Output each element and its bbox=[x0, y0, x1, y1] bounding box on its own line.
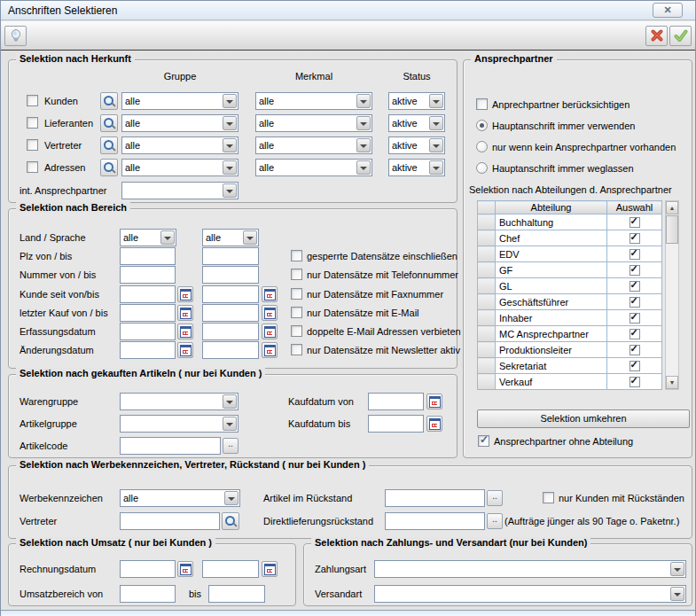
hint-button[interactable] bbox=[4, 26, 27, 46]
gesperrte-checkbox[interactable] bbox=[291, 250, 302, 261]
calendar-icon[interactable] bbox=[177, 305, 193, 321]
calendar-icon[interactable] bbox=[262, 324, 278, 339]
row-checkbox[interactable] bbox=[630, 297, 640, 308]
rechnungsdatum-bis-input[interactable] bbox=[202, 560, 259, 578]
plz-bis-input[interactable] bbox=[202, 247, 259, 265]
row-checkbox[interactable] bbox=[630, 233, 640, 244]
kunde-seit-bis-input[interactable] bbox=[202, 285, 259, 303]
chevron-down-icon[interactable] bbox=[223, 394, 237, 409]
hauptanschrift-weglassen-radio[interactable] bbox=[476, 162, 488, 174]
chevron-down-icon[interactable] bbox=[356, 138, 371, 152]
table-row[interactable]: Inhaber bbox=[478, 310, 662, 326]
umsatzbereich-von-input[interactable] bbox=[120, 585, 176, 603]
plz-von-input[interactable] bbox=[120, 247, 176, 265]
vertreter-status-dropdown[interactable]: aktive bbox=[388, 136, 445, 154]
werbekennzeichen-dropdown[interactable]: alle bbox=[120, 489, 240, 507]
row-checkbox[interactable] bbox=[630, 329, 640, 339]
hauptanschrift-verwenden-radio[interactable] bbox=[476, 120, 488, 131]
doppelte-email-checkbox[interactable] bbox=[291, 325, 302, 337]
vertreter-gruppe-dropdown[interactable]: alle bbox=[121, 136, 239, 154]
rechnungsdatum-von-input[interactable] bbox=[120, 560, 176, 578]
calendar-icon[interactable] bbox=[177, 561, 193, 577]
chevron-down-icon[interactable] bbox=[223, 160, 237, 175]
search-icon[interactable] bbox=[100, 114, 118, 132]
table-header-auswahl[interactable]: Auswahl bbox=[607, 201, 662, 214]
table-row[interactable]: EDV bbox=[478, 246, 662, 262]
warengruppe-dropdown[interactable] bbox=[120, 393, 239, 410]
table-row[interactable]: Buchhaltung bbox=[478, 214, 662, 230]
row-checkbox[interactable] bbox=[630, 361, 640, 371]
aenderungsdatum-bis-input[interactable] bbox=[202, 341, 259, 359]
chevron-down-icon[interactable] bbox=[356, 94, 371, 108]
scrollbar-thumb[interactable] bbox=[666, 215, 678, 244]
row-checkbox[interactable] bbox=[630, 265, 640, 276]
umsatzbereich-bis-input[interactable] bbox=[208, 585, 265, 603]
table-row[interactable]: MC Ansprechpartner bbox=[478, 326, 662, 342]
adressen-checkbox[interactable] bbox=[27, 161, 38, 173]
kunden-gruppe-dropdown[interactable]: alle bbox=[121, 92, 239, 110]
calendar-icon[interactable] bbox=[262, 286, 278, 302]
chevron-down-icon[interactable] bbox=[223, 417, 237, 431]
table-header-abteilung[interactable]: Abteilung bbox=[496, 201, 607, 214]
artikelcode-input[interactable] bbox=[120, 437, 221, 455]
chevron-down-icon[interactable] bbox=[356, 116, 371, 130]
artikelgruppe-dropdown[interactable] bbox=[120, 415, 239, 433]
chevron-down-icon[interactable] bbox=[223, 94, 237, 108]
erfassungsdatum-bis-input[interactable] bbox=[202, 323, 259, 340]
table-row[interactable]: Chef bbox=[478, 230, 662, 246]
cancel-button[interactable] bbox=[645, 26, 668, 46]
browse-dots-icon[interactable]: .. bbox=[487, 490, 503, 506]
selektion-umkehren-button[interactable]: Selektion umkehren bbox=[477, 409, 690, 428]
erfassungsdatum-von-input[interactable] bbox=[120, 323, 176, 340]
titlebar[interactable]: Anschriften Selektieren ✕ bbox=[1, 1, 695, 20]
table-row[interactable]: GL bbox=[478, 278, 662, 294]
kaufdatum-von-input[interactable] bbox=[368, 393, 424, 410]
nur-kunden-checkbox[interactable] bbox=[543, 492, 554, 503]
vertreter-checkbox[interactable] bbox=[27, 139, 38, 151]
browse-dots-icon[interactable]: .. bbox=[487, 513, 503, 529]
nummer-von-input[interactable] bbox=[120, 266, 176, 284]
lieferanten-merkmal-dropdown[interactable]: alle bbox=[255, 114, 372, 132]
calendar-icon[interactable] bbox=[262, 561, 278, 577]
table-row[interactable]: Produktionsleiter bbox=[478, 342, 662, 358]
row-checkbox[interactable] bbox=[630, 217, 640, 228]
search-icon[interactable] bbox=[100, 136, 118, 154]
browse-dots-icon[interactable]: .. bbox=[223, 438, 239, 454]
row-checkbox[interactable] bbox=[630, 377, 640, 387]
letzter-kauf-von-input[interactable] bbox=[120, 304, 176, 322]
fax-checkbox[interactable] bbox=[291, 288, 302, 300]
chevron-down-icon[interactable] bbox=[160, 230, 175, 245]
lieferanten-gruppe-dropdown[interactable]: alle bbox=[121, 114, 239, 132]
calendar-icon[interactable] bbox=[426, 394, 442, 409]
letzter-kauf-bis-input[interactable] bbox=[202, 304, 259, 322]
search-icon[interactable] bbox=[100, 159, 118, 176]
table-row[interactable]: GF bbox=[478, 262, 662, 278]
aenderungsdatum-von-input[interactable] bbox=[120, 341, 176, 359]
vertreter-merkmal-dropdown[interactable]: alle bbox=[255, 136, 372, 154]
close-button[interactable]: ✕ bbox=[653, 3, 683, 18]
int-ansprechpartner-dropdown[interactable] bbox=[121, 182, 239, 199]
adressen-merkmal-dropdown[interactable]: alle bbox=[255, 159, 372, 176]
calendar-icon[interactable] bbox=[177, 286, 193, 302]
nur-wenn-kein-radio[interactable] bbox=[476, 141, 488, 152]
newsletter-checkbox[interactable] bbox=[291, 344, 302, 355]
row-checkbox[interactable] bbox=[630, 345, 640, 355]
table-scrollbar[interactable]: ▲ ▼ bbox=[665, 200, 679, 390]
lieferanten-status-dropdown[interactable]: aktive bbox=[388, 114, 445, 132]
chevron-down-icon[interactable] bbox=[223, 116, 237, 130]
calendar-icon[interactable] bbox=[262, 305, 278, 321]
chevron-down-icon[interactable] bbox=[429, 116, 443, 130]
row-checkbox[interactable] bbox=[630, 281, 640, 292]
search-icon[interactable] bbox=[100, 92, 118, 110]
row-checkbox[interactable] bbox=[630, 249, 640, 260]
direktlieferung-input[interactable] bbox=[385, 512, 485, 530]
chevron-down-icon[interactable] bbox=[356, 160, 371, 175]
chevron-down-icon[interactable] bbox=[670, 562, 684, 576]
zahlungsart-dropdown[interactable] bbox=[374, 560, 686, 578]
chevron-down-icon[interactable] bbox=[223, 138, 237, 152]
nummer-bis-input[interactable] bbox=[202, 266, 259, 284]
chevron-down-icon[interactable] bbox=[429, 94, 443, 108]
chevron-down-icon[interactable] bbox=[670, 587, 684, 601]
adressen-status-dropdown[interactable]: aktive bbox=[388, 159, 445, 176]
table-row[interactable]: Geschäftsführer bbox=[478, 294, 662, 310]
